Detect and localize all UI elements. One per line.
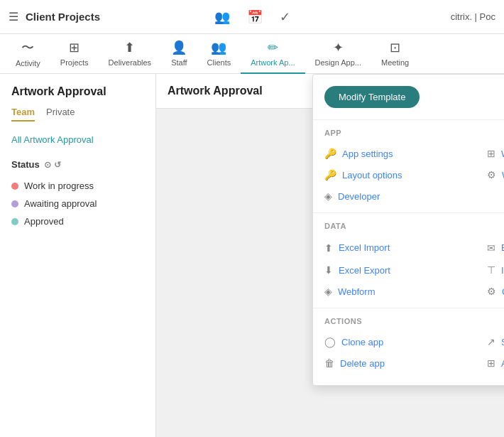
citrix-brand: citrix. | Poc (451, 11, 495, 22)
workflow-automation-icon: ⚙ (487, 169, 496, 180)
app-title: Client Projects (26, 11, 100, 23)
tab-team[interactable]: Team (11, 107, 35, 122)
actions-menu-grid: ◯ Clone app ↗ Share app 🗑 Delete app ⊞ A… (313, 328, 504, 377)
nav-item-artwork-ap[interactable]: ✏ Artwork Ap... (241, 34, 305, 74)
app-settings-label: App settings (342, 149, 393, 159)
modify-template-button[interactable]: Modify Template (324, 86, 420, 108)
menu-item-workflow-automation[interactable]: ⚙ Workflow automation (476, 164, 504, 185)
content-area: Artwork Approval 🔔 ⚙ ‹ ⊞ ⇅ ▽ 3 of 3 Appr… (156, 74, 504, 437)
menu-item-share-app[interactable]: ↗ Share app (476, 331, 504, 352)
nav-label-design-ap: Design App... (315, 58, 361, 67)
dot-red-icon (11, 183, 18, 190)
status-section-header: Status ⊙ ↺ (0, 155, 155, 174)
nav-label-activity: Activity (16, 59, 40, 68)
developer-icon: ◈ (324, 190, 332, 202)
status-work-in-progress[interactable]: Work in progress (0, 177, 155, 195)
excel-export-label: Excel Export (339, 265, 390, 276)
nav-item-meeting[interactable]: ⊡ Meeting (371, 34, 419, 74)
delete-app-label: Delete app (340, 358, 385, 369)
projects-icon: ⊞ (69, 40, 80, 55)
check-icon[interactable]: ✓ (280, 9, 290, 25)
share-app-label: Share app (501, 337, 504, 347)
menu-item-archive-app[interactable]: ⊞ Archive app (476, 352, 504, 374)
hamburger-menu-icon[interactable]: ☰ (9, 10, 18, 23)
menu-item-email-to-app[interactable]: ✉ Email to app ➜ (476, 236, 504, 259)
nav-item-clients[interactable]: 👥 Clients (197, 34, 241, 74)
share-app-icon: ↗ (487, 336, 495, 347)
menu-item-clone-app[interactable]: ◯ Clone app (313, 331, 476, 352)
divider-3 (313, 308, 504, 308)
nav-label-deliverables: Deliverables (109, 58, 152, 67)
webform-icon: ◈ (324, 286, 332, 297)
divider-2 (313, 212, 504, 213)
menu-item-developer[interactable]: ◈ Developer (313, 185, 476, 207)
delete-app-icon: 🗑 (324, 357, 334, 369)
nav-item-activity[interactable]: 〜 Activity (6, 33, 50, 75)
sidebar: Artwork Approval Team Private All Artwor… (0, 74, 156, 437)
integration-icon: ⊤ (487, 264, 495, 276)
status-approved[interactable]: Approved (0, 212, 155, 230)
sidebar-tabs: Team Private (0, 107, 155, 122)
clone-app-label: Clone app (341, 337, 383, 347)
menu-item-integration[interactable]: ⊤ Integration (476, 259, 504, 281)
excel-import-label: Excel Import (339, 242, 390, 253)
tab-private[interactable]: Private (46, 107, 75, 122)
menu-item-excel-import[interactable]: ⬆ Excel Import (313, 236, 476, 259)
workflows-label: Workflows (501, 149, 504, 159)
nav-item-design-ap[interactable]: ✦ Design App... (305, 34, 371, 74)
top-nav: ☰ Client Projects 👥 📅 ✓ citrix. | Poc (0, 0, 504, 34)
app-menu-grid: 🔑 App settings ⊞ Workflows 🔑 Layout opti… (313, 140, 504, 210)
modify-btn-container: Modify Template (313, 86, 504, 117)
status-awaiting-approval[interactable]: Awaiting approval (0, 195, 155, 212)
email-to-app-label: Email to app (501, 242, 504, 253)
archive-app-icon: ⊞ (487, 357, 495, 369)
clone-app-icon: ◯ (324, 336, 336, 347)
data-section-label: DATA (313, 216, 504, 233)
menu-item-webform[interactable]: ◈ Webform (313, 281, 476, 302)
menu-item-cleanup[interactable]: ⚙ Cleanup deleted field values (476, 281, 504, 302)
email-to-app-icon: ✉ (487, 242, 495, 254)
dropdown-menu: Modify Template APP 🔑 App settings ⊞ Wor… (312, 74, 504, 386)
menu-item-workflows[interactable]: ⊞ Workflows (476, 143, 504, 164)
menu-item-layout-options[interactable]: 🔑 Layout options (313, 164, 476, 185)
nav-item-deliverables[interactable]: ⬆ Deliverables (99, 34, 162, 74)
refresh-icon: ↺ (54, 160, 61, 170)
app-settings-icon: 🔑 (324, 148, 336, 159)
cleanup-icon: ⚙ (487, 286, 496, 297)
clients-icon: 👥 (211, 40, 226, 55)
people-icon[interactable]: 👥 (214, 9, 230, 25)
top-nav-center: 👥 📅 ✓ (171, 9, 334, 25)
nav-item-staff[interactable]: 👤 Staff (161, 34, 197, 74)
status-label-approved: Approved (24, 216, 64, 227)
layout-options-icon: 🔑 (324, 169, 336, 180)
nav-label-artwork-ap: Artwork Ap... (251, 58, 295, 67)
webform-label: Webform (338, 286, 376, 297)
menu-item-app-settings[interactable]: 🔑 App settings (313, 143, 476, 164)
calendar-icon[interactable]: 📅 (247, 9, 263, 25)
nav-label-projects: Projects (60, 58, 89, 67)
integration-label: Integration (501, 265, 504, 276)
divider-1 (313, 119, 504, 120)
nav-label-clients: Clients (207, 58, 231, 67)
status-label-wip: Work in progress (24, 180, 94, 191)
workflows-icon: ⊞ (487, 148, 495, 159)
icon-nav: 〜 Activity ⊞ Projects ⬆ Deliverables 👤 S… (0, 34, 504, 74)
artwork-icon: ✏ (268, 40, 278, 55)
menu-item-delete-app[interactable]: 🗑 Delete app (313, 352, 476, 374)
nav-label-staff: Staff (171, 58, 187, 67)
deliverables-icon: ⬆ (124, 40, 135, 55)
status-section-icons: ⊙ ↺ (44, 160, 61, 170)
all-artwork-link[interactable]: All Artwork Approval (0, 130, 155, 149)
activity-icon: 〜 (21, 39, 34, 56)
meeting-icon: ⊡ (390, 40, 400, 55)
clock-icon: ⊙ (44, 160, 51, 170)
status-label: Status (11, 159, 40, 170)
status-label-awaiting: Awaiting approval (24, 198, 97, 209)
menu-item-excel-export[interactable]: ⬇ Excel Export (313, 259, 476, 281)
top-nav-right: citrix. | Poc (333, 11, 495, 22)
top-nav-left: ☰ Client Projects (9, 10, 171, 23)
actions-section-label: ACTIONS (313, 311, 504, 328)
nav-item-projects[interactable]: ⊞ Projects (50, 34, 99, 74)
dot-teal-icon (11, 218, 18, 225)
data-menu-grid: ⬆ Excel Import ✉ Email to app ➜ ⬇ Excel … (313, 233, 504, 305)
